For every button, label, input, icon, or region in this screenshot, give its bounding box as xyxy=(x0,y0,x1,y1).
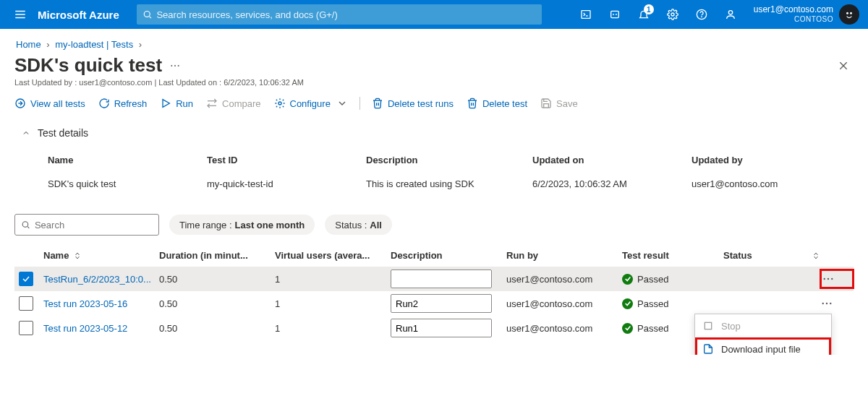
run-description-input[interactable] xyxy=(391,294,492,313)
row-more-button[interactable] xyxy=(820,269,854,288)
svg-point-19 xyxy=(178,65,179,66)
page-subtitle: Last Updated by : user1@contoso.com | La… xyxy=(14,78,854,87)
svg-point-8 xyxy=(613,14,613,15)
svg-point-3 xyxy=(144,11,150,17)
test-details-toggle[interactable]: Test details xyxy=(14,117,854,145)
configure-label: Configure xyxy=(290,98,331,109)
run-description-input[interactable] xyxy=(391,319,492,337)
run-name-link[interactable]: Test run 2023-05-12 xyxy=(43,323,159,334)
svg-rect-5 xyxy=(582,11,590,19)
check-icon xyxy=(622,323,633,334)
run-duration: 0.50 xyxy=(159,274,275,285)
notifications-icon[interactable]: 1 xyxy=(629,0,658,29)
cloud-shell-icon[interactable] xyxy=(571,0,600,29)
col-runby[interactable]: Run by xyxy=(506,250,622,261)
sort-icon xyxy=(812,251,820,260)
refresh-button[interactable]: Refresh xyxy=(98,98,148,109)
time-range-label: Time range : xyxy=(179,220,232,230)
search-icon xyxy=(142,9,153,20)
view-all-tests-label: View all tests xyxy=(30,98,85,109)
filter-bar: Time range :Last one month Status :All xyxy=(14,214,854,236)
runs-search-input[interactable] xyxy=(30,219,153,231)
refresh-label: Refresh xyxy=(114,98,148,109)
svg-point-17 xyxy=(171,65,172,66)
copilot-icon[interactable] xyxy=(600,0,629,29)
table-row[interactable]: Test run 2023-05-16 0.50 1 user1@contoso… xyxy=(14,291,854,316)
breadcrumb: Home › my-loadtest | Tests › xyxy=(14,36,854,54)
svg-point-28 xyxy=(824,278,825,280)
settings-icon[interactable] xyxy=(658,0,687,29)
svg-rect-7 xyxy=(610,11,618,17)
delete-test-runs-button[interactable]: Delete test runs xyxy=(372,98,454,109)
row-checkbox[interactable] xyxy=(19,296,33,311)
row-checkbox[interactable] xyxy=(19,321,33,335)
run-result: Passed xyxy=(622,274,723,285)
svg-point-12 xyxy=(701,17,702,17)
col-vusers[interactable]: Virtual users (avera... xyxy=(275,250,391,261)
delete-test-runs-label: Delete test runs xyxy=(388,98,454,109)
menu-icon[interactable] xyxy=(6,0,35,29)
run-description-input[interactable] xyxy=(391,269,492,288)
th-name: Name xyxy=(48,149,207,176)
col-status[interactable]: Status xyxy=(723,250,820,261)
sort-icon xyxy=(73,251,82,260)
global-search-input[interactable] xyxy=(152,9,535,21)
run-vusers: 1 xyxy=(275,274,391,285)
svg-marker-24 xyxy=(163,100,169,108)
delete-test-label: Delete test xyxy=(482,98,527,109)
brand-label[interactable]: Microsoft Azure xyxy=(35,9,125,21)
ctx-download-input[interactable]: Download input file xyxy=(695,337,831,355)
svg-point-32 xyxy=(826,303,827,304)
test-details-heading: Test details xyxy=(38,127,88,139)
row-more-button[interactable] xyxy=(820,297,854,310)
svg-point-25 xyxy=(278,102,281,105)
save-label: Save xyxy=(556,98,578,109)
td-name: SDK's quick test xyxy=(48,176,207,202)
breadcrumb-resource[interactable]: my-loadtest | Tests xyxy=(55,39,133,50)
table-row[interactable]: TestRun_6/2/2023_10:0... 0.50 1 user1@co… xyxy=(14,267,854,291)
ctx-stop: Stop xyxy=(695,314,831,337)
svg-point-16 xyxy=(850,12,852,14)
delete-test-button[interactable]: Delete test xyxy=(467,98,527,109)
check-icon xyxy=(622,298,633,309)
col-result[interactable]: Test result xyxy=(622,250,723,261)
run-name-link[interactable]: Test run 2023-05-16 xyxy=(43,298,159,309)
svg-point-15 xyxy=(846,12,848,14)
svg-rect-37 xyxy=(705,322,711,329)
breadcrumb-home[interactable]: Home xyxy=(16,39,41,50)
row-checkbox[interactable] xyxy=(19,272,33,286)
run-duration: 0.50 xyxy=(159,323,275,334)
col-description[interactable]: Description xyxy=(391,250,506,261)
title-more-icon[interactable] xyxy=(169,60,181,72)
search-icon xyxy=(21,220,30,230)
global-search[interactable] xyxy=(137,4,542,25)
th-updated-on: Updated on xyxy=(532,149,692,176)
close-blade-button[interactable] xyxy=(833,56,854,76)
svg-point-13 xyxy=(728,11,732,14)
svg-line-27 xyxy=(27,227,29,228)
configure-button[interactable]: Configure xyxy=(274,98,348,109)
user-account[interactable]: user1@contoso.com CONTOSO xyxy=(745,0,862,29)
chevron-down-icon xyxy=(336,98,348,109)
col-name[interactable]: Name xyxy=(43,250,159,261)
view-all-tests-button[interactable]: View all tests xyxy=(14,98,85,109)
col-duration[interactable]: Duration (in minut... xyxy=(159,250,275,261)
time-range-filter[interactable]: Time range :Last one month xyxy=(169,215,315,235)
feedback-icon[interactable] xyxy=(716,0,745,29)
runs-search[interactable] xyxy=(14,214,159,236)
run-vusers: 1 xyxy=(275,298,391,309)
chevron-up-icon xyxy=(22,129,30,137)
td-test-id: my-quick-test-id xyxy=(207,176,366,202)
help-icon[interactable] xyxy=(687,0,716,29)
run-button[interactable]: Run xyxy=(160,98,193,109)
svg-point-26 xyxy=(22,222,28,228)
run-name-link[interactable]: TestRun_6/2/2023_10:0... xyxy=(43,274,159,285)
user-email: user1@contoso.com xyxy=(754,4,833,14)
status-filter[interactable]: Status :All xyxy=(325,215,392,235)
th-updated-by: Updated by xyxy=(692,149,846,176)
svg-point-10 xyxy=(671,13,674,16)
user-directory: CONTOSO xyxy=(754,14,833,25)
command-bar: View all tests Refresh Run Compare Confi… xyxy=(14,87,854,117)
svg-point-33 xyxy=(830,303,831,304)
svg-point-29 xyxy=(827,278,829,280)
